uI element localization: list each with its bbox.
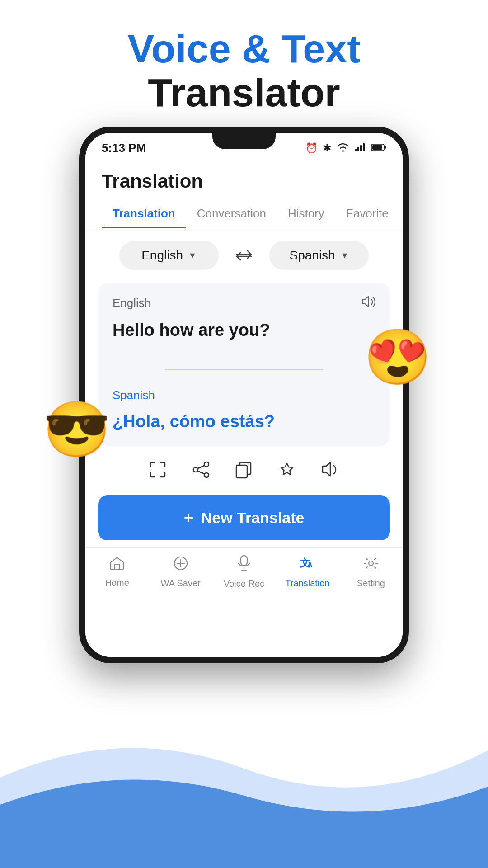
nav-translation-label: Translation xyxy=(285,578,329,589)
bluetooth-icon: ✱ xyxy=(323,142,331,154)
svg-rect-0 xyxy=(355,149,357,151)
tabs-row: Translation Conversation History Favorit… xyxy=(85,199,403,228)
target-text: ¿Hola, cómo estás? xyxy=(113,410,375,434)
translation-area: English Hello how are you? Spanish ¿Hola… xyxy=(98,283,390,446)
alarm-icon: ⏰ xyxy=(305,142,318,154)
svg-text:A: A xyxy=(307,561,313,569)
svg-point-7 xyxy=(204,462,209,467)
svg-rect-1 xyxy=(357,147,359,151)
source-area-lang: English xyxy=(113,296,151,310)
nav-home-label: Home xyxy=(105,578,129,588)
wa-saver-icon xyxy=(173,556,188,575)
svg-point-19 xyxy=(369,561,373,566)
bottom-navigation: Home WA Saver xyxy=(85,547,403,600)
target-language-selector[interactable]: Spanish ▼ xyxy=(269,241,369,270)
svg-rect-3 xyxy=(363,143,365,151)
voice-rec-icon xyxy=(238,555,250,575)
wifi-icon xyxy=(337,142,349,155)
phone-notch xyxy=(212,133,276,149)
tab-translation[interactable]: Translation xyxy=(102,199,186,228)
hero-section: Voice & Text Translator xyxy=(0,0,488,128)
svg-point-9 xyxy=(204,473,209,477)
scan-button[interactable] xyxy=(149,461,167,483)
audio-button[interactable] xyxy=(321,461,339,483)
source-area-header: English xyxy=(113,295,375,311)
target-lang-label: Spanish xyxy=(289,248,335,263)
app-title: Translation xyxy=(102,170,386,192)
tab-conversation[interactable]: Conversation xyxy=(186,199,277,228)
tab-favorite[interactable]: Favorite xyxy=(335,199,399,228)
tab-history[interactable]: History xyxy=(277,199,335,228)
svg-rect-10 xyxy=(236,465,247,478)
nav-voice-rec[interactable]: Voice Rec xyxy=(212,555,276,589)
phone-inner: 5:13 PM ⏰ ✱ xyxy=(85,133,403,657)
new-translate-plus-icon: + xyxy=(184,508,194,528)
nav-wa-saver-label: WA Saver xyxy=(161,578,201,589)
new-translate-button[interactable]: + New Translate xyxy=(98,495,390,540)
home-icon xyxy=(109,556,125,574)
status-time: 5:13 PM xyxy=(102,141,146,155)
translation-icon: 文 A xyxy=(299,556,315,575)
phone-mockup: 😎 😍 5:13 PM ⏰ ✱ xyxy=(79,127,409,663)
source-lang-label: English xyxy=(141,248,183,263)
nav-wa-saver[interactable]: WA Saver xyxy=(149,556,212,589)
svg-point-8 xyxy=(193,467,198,472)
new-translate-label: New Translate xyxy=(201,509,305,527)
nav-setting[interactable]: Setting xyxy=(339,556,403,589)
nav-setting-label: Setting xyxy=(357,578,385,589)
translation-divider xyxy=(165,369,323,370)
favorite-button[interactable] xyxy=(278,461,296,483)
svg-rect-2 xyxy=(360,145,362,151)
svg-rect-14 xyxy=(241,556,247,566)
hero-title-line2: Translator xyxy=(0,71,488,115)
svg-rect-5 xyxy=(384,146,386,149)
status-icons: ⏰ ✱ xyxy=(305,142,386,155)
source-text: Hello how are you? xyxy=(113,318,375,342)
nav-translation[interactable]: 文 A Translation xyxy=(276,556,339,589)
source-speaker-button[interactable] xyxy=(361,295,375,311)
swap-languages-button[interactable] xyxy=(228,239,260,272)
actions-row xyxy=(85,446,403,492)
nav-home[interactable]: Home xyxy=(85,556,149,588)
language-selector-row: English ▼ Spanish ▼ xyxy=(85,239,403,283)
app-header: Translation xyxy=(85,160,403,199)
battery-icon xyxy=(371,142,386,154)
svg-rect-6 xyxy=(372,145,382,150)
source-language-selector[interactable]: English ▼ xyxy=(119,241,219,270)
app-content: Translation Translation Conversation His… xyxy=(85,160,403,657)
settings-icon xyxy=(363,556,379,575)
emoji-cool-decoration: 😎 xyxy=(43,398,111,462)
target-area-lang: Spanish xyxy=(113,388,375,402)
target-lang-chevron: ▼ xyxy=(341,251,349,260)
hero-title-line1: Voice & Text xyxy=(0,27,488,71)
nav-voice-rec-label: Voice Rec xyxy=(224,579,264,589)
copy-button[interactable] xyxy=(235,461,253,483)
source-lang-chevron: ▼ xyxy=(188,251,197,260)
phone-outer: 5:13 PM ⏰ ✱ xyxy=(79,127,409,663)
share-button[interactable] xyxy=(192,461,210,483)
emoji-love-decoration: 😍 xyxy=(364,326,432,389)
signal-icon xyxy=(355,142,366,154)
